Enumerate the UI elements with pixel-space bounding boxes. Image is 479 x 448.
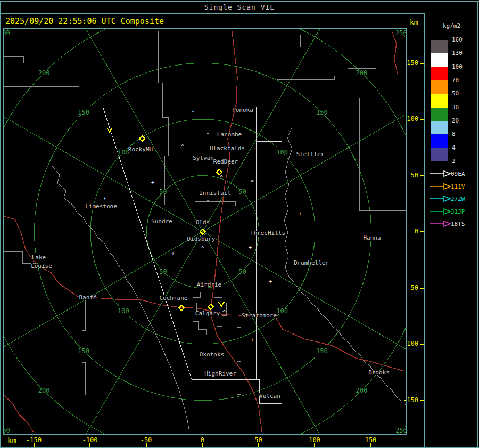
range-ring-label: 200	[356, 387, 368, 394]
color-swatch	[431, 80, 448, 94]
town-label: RedDeer	[213, 158, 238, 165]
bottom-axis-tick	[258, 443, 259, 447]
bottom-axis-unit-label: km	[7, 436, 16, 445]
road-line	[392, 31, 398, 74]
map-point-marker: *	[251, 179, 254, 185]
right-axis-tick	[420, 175, 424, 176]
radial-line	[4, 91, 203, 232]
right-axis-label: -100	[402, 340, 418, 347]
town-label: Lake	[32, 254, 46, 261]
right-axis-label: 50	[402, 172, 418, 179]
town-label: HighRiver	[204, 370, 236, 377]
map-point-marker: +	[269, 279, 272, 284]
town-label: Lacombe	[217, 131, 242, 138]
radar-viewer: Single_Scan_VIL 2025/09/20 22:55:06 UTC …	[0, 0, 479, 448]
boundary-line	[164, 201, 292, 206]
legend-panel: kg/m2 16013010070503020842 09EA111V27ZW3…	[424, 13, 479, 448]
boundary-line	[4, 31, 158, 86]
map-point-marker: +	[151, 180, 154, 185]
color-scale-tick-label: 160	[452, 36, 470, 43]
color-scale-tick-label: 2	[452, 158, 470, 165]
range-ring-label: 100	[276, 149, 288, 156]
range-ring-label: 100	[118, 149, 129, 156]
track-id-label: 31JP	[451, 208, 465, 215]
color-swatch	[431, 134, 448, 148]
bottom-axis-tick	[34, 443, 35, 447]
radar-map: 5050505010010010010015015015015020020020…	[3, 28, 407, 435]
range-ring-label: 50	[238, 268, 246, 275]
page-title: Single_Scan_VIL	[0, 3, 479, 11]
color-scale-tick-label: 70	[452, 77, 470, 84]
town-label: Blackfalds	[210, 145, 245, 152]
map-point-marker: ^	[181, 144, 184, 150]
track-legend-row: 18TS	[425, 221, 478, 228]
right-axis-label: -50	[402, 284, 418, 291]
radar-map-svg: 5050505010010010010015015015015020020020…	[4, 29, 406, 434]
range-ring-label: 200	[38, 387, 50, 394]
map-point-marker: ^	[222, 309, 226, 315]
right-axis-tick	[420, 288, 424, 289]
map-point-marker: +	[299, 211, 302, 217]
town-label: Brooks	[368, 369, 390, 376]
town-label: ThreeHills	[250, 230, 285, 237]
range-ring-label: 150	[78, 347, 89, 355]
right-axis-tick	[420, 119, 424, 120]
track-arrow-icon	[430, 170, 451, 177]
boundary-line	[288, 205, 406, 210]
track-legend-row: 31JP	[425, 208, 478, 216]
right-axis-tick	[420, 63, 424, 64]
right-axis-tick	[420, 231, 424, 232]
color-scale-tick-label: 50	[452, 90, 470, 97]
radial-line	[62, 29, 203, 232]
color-swatch	[431, 67, 448, 80]
right-axis-tick	[420, 344, 424, 345]
track-id-label: 111V	[451, 183, 465, 190]
range-ring-label: 100	[118, 307, 129, 315]
bottom-axis-tick	[314, 443, 315, 447]
town-label: RockyMH	[128, 146, 153, 153]
range-ring-label: 200	[38, 69, 50, 77]
color-scale-tick-label: 130	[452, 50, 470, 56]
track-id-label: 18TS	[451, 221, 465, 227]
track-arrow-head	[444, 196, 450, 201]
town-label: Strathmore	[242, 312, 277, 319]
range-ring-label: 250	[395, 29, 406, 37]
color-swatch	[431, 40, 448, 53]
track-legend-row: 09EA	[425, 170, 478, 178]
boundary-line	[289, 277, 406, 405]
range-ring-label: 150	[78, 109, 89, 116]
boundary-line	[237, 284, 241, 432]
town-label: Airdrie	[197, 281, 221, 288]
color-scale-tick-label: 4	[452, 144, 470, 151]
range-ring-label: 50	[159, 188, 167, 196]
color-scale-tick-label: 30	[452, 104, 470, 111]
color-scale-tick-label: 20	[452, 117, 470, 124]
color-swatch	[431, 108, 448, 121]
track-legend-row: 111V	[425, 183, 478, 191]
map-point-marker: *	[103, 197, 106, 202]
right-axis-unit-label: km	[410, 18, 418, 26]
bottom-axis-tick	[146, 443, 147, 447]
map-point-marker: ^	[201, 246, 204, 251]
track-arrow-head	[444, 221, 450, 226]
track-arrow-icon	[430, 208, 451, 215]
town-label: Louise	[31, 263, 52, 270]
town-label: Limestone	[85, 203, 117, 210]
track-arrow-icon	[430, 196, 451, 202]
storm-motion-arrow	[219, 302, 224, 306]
color-swatch	[431, 53, 448, 67]
town-label: Calgary	[195, 310, 220, 317]
range-ring-label: 150	[316, 347, 328, 355]
radar-site-marker	[217, 169, 222, 175]
town-label: Okotoks	[200, 351, 224, 358]
legend-unit-label: kg/m2	[425, 22, 478, 29]
town-label: Stettler	[296, 151, 325, 158]
range-ring-label: 250	[4, 29, 10, 37]
right-axis-label: 150	[402, 59, 418, 67]
town-label: Ponoka	[232, 107, 253, 113]
color-swatch	[431, 121, 448, 134]
town-label: Didsbury	[187, 235, 216, 242]
range-ring-label: 150	[316, 109, 328, 116]
map-point-marker: ^	[220, 175, 223, 181]
town-label: Drumheller	[294, 259, 329, 266]
